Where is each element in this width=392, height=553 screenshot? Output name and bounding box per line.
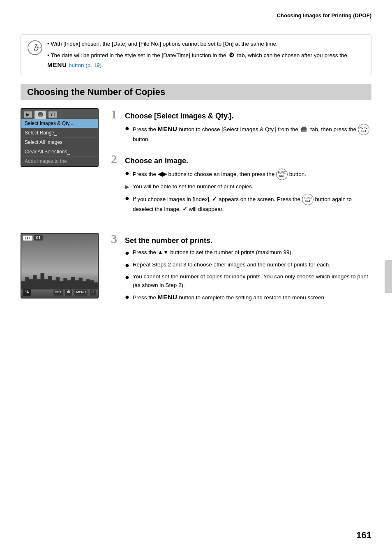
step3-right: 3 Set the number of prints. ● Press the … — [111, 233, 371, 311]
step-3-bullet-3: ● You cannot set the number of copies fo… — [125, 273, 371, 290]
step-3-bullet-4: ● Press the MENU button to complete the … — [125, 292, 371, 302]
step-2-bullet-3: ● If you choose images in [Index], ✓ app… — [125, 194, 371, 214]
step-1-bullet-1: ● Press the MENU button to choose [Selec… — [125, 124, 371, 144]
bullet-dot-3d: ● — [125, 292, 129, 302]
camera-screen2-col: ⊡ 1 01 4L SET — [21, 233, 103, 311]
step-3-bullet-3-text: You cannot set the number of copies for … — [133, 273, 371, 290]
page: Choosing Images for Printing (DPOF) 𝓫 • … — [0, 0, 392, 553]
bullet-dot-3b: ● — [125, 261, 129, 270]
menu-word-step1: MENU — [158, 125, 178, 132]
page-header: Choosing Images for Printing (DPOF) — [21, 12, 371, 26]
svg-rect-2 — [39, 115, 42, 117]
btn-menu: MENU — [76, 290, 86, 294]
step-3: 3 Set the number of prints. ● Press the … — [111, 233, 371, 302]
svg-rect-1 — [39, 112, 42, 113]
func-btn-step2a: FUNCSET — [276, 169, 288, 180]
camera-screen-1: ▶ YT Select Images & Qty.... Select Rang… — [21, 108, 99, 167]
step-3-number: 3 — [111, 233, 121, 245]
step-1-number: 1 — [111, 108, 121, 120]
btn-set: SET — [55, 290, 62, 294]
step-2-bullet-1: ● Press the ◀▶ buttons to choose an imag… — [125, 169, 371, 180]
camera-menu-list: Select Images & Qty.... Select Range_ Se… — [21, 119, 98, 166]
note-icon: 𝓫 — [28, 40, 42, 55]
print-count-display: 01 — [36, 236, 41, 240]
step-1-title: Choose [Select Images & Qty.]. — [125, 112, 234, 120]
step-3-title: Set the number of prints. — [125, 236, 212, 245]
bullet-dot: ● — [125, 124, 129, 133]
menu-word-note: MENU — [47, 61, 67, 68]
btn-back: ↩ — [91, 290, 94, 294]
step-2-body: ● Press the ◀▶ buttons to choose an imag… — [111, 169, 371, 214]
bullet-dot-2: ● — [125, 169, 129, 178]
step3-section: ⊡ 1 01 4L SET — [21, 233, 371, 311]
step-2-bullet-2-text: You will be able to set the number of pr… — [133, 183, 371, 191]
step-3-body: ● Press the ▲▼ buttons to set the number… — [111, 248, 371, 302]
camera-mode-icon: ⊡ — [25, 236, 28, 240]
step-3-bullet-4-text: Press the MENU button to complete the se… — [133, 292, 371, 302]
page-number: 161 — [356, 530, 371, 541]
step-2-header: 2 Choose an image. — [111, 153, 371, 165]
step-3-header: 3 Set the number of prints. — [111, 233, 371, 245]
note-link: button (p. 19). — [69, 62, 103, 68]
step-1: 1 Choose [Select Images & Qty.]. ● Press… — [111, 108, 371, 144]
step-3-bullet-2-text: Repeat Steps 2 and 3 to choose other ima… — [133, 261, 371, 269]
func-btn-step2b: FUNCSET — [302, 194, 314, 205]
menu-item-adds: Adds images to the — [21, 157, 98, 166]
step1-right: 1 Choose [Select Images & Qty.]. ● Press… — [111, 108, 371, 223]
svg-rect-5 — [302, 130, 306, 132]
note-box: 𝓫 • With [Index] chosen, the [Date] and … — [21, 34, 371, 75]
camera-tab-play: ▶ — [24, 111, 32, 118]
menu-item-select-all: Select All Images_ — [21, 138, 98, 147]
camera-tabs: ▶ YT — [21, 109, 98, 119]
step-1-body: ● Press the MENU button to choose [Selec… — [111, 124, 371, 144]
bottom-left-label: 4L — [25, 289, 29, 294]
settings-icon: ⚙ — [229, 51, 234, 58]
note-bullet-2: • The date will be printed in the style … — [47, 50, 364, 70]
menu-word-step3: MENU — [158, 294, 178, 301]
bullet-arrow-2: ▶ — [125, 183, 129, 192]
note-bullet-1: • With [Index] chosen, the [Date] and [F… — [47, 39, 364, 49]
step-3-bullet-1: ● Press the ▲▼ buttons to set the number… — [125, 248, 371, 258]
camera-overlay-top: ⊡ 1 01 — [23, 235, 43, 241]
note-text: • With [Index] chosen, the [Date] and [F… — [47, 39, 364, 70]
camera-screen-2: ⊡ 1 01 4L SET — [21, 233, 99, 298]
camera-mode-num: 1 — [29, 236, 31, 240]
camera-screen-col: ▶ YT Select Images & Qty.... Select Rang… — [21, 108, 103, 223]
step-2-title: Choose an image. — [125, 157, 188, 165]
func-btn-step1: FUNCSET — [358, 124, 369, 135]
menu-item-clear-all: Clear All Selections_ — [21, 147, 98, 157]
camera-tab-print — [35, 111, 46, 119]
step-2-number: 2 — [111, 153, 121, 165]
step-2-bullet-2: ▶ You will be able to set the number of … — [125, 183, 371, 192]
step1-section: ▶ YT Select Images & Qty.... Select Rang… — [21, 108, 371, 223]
bullet-dot-3a: ● — [125, 248, 129, 258]
right-tab-indicator — [385, 260, 392, 293]
svg-rect-7 — [68, 290, 69, 292]
step-1-header: 1 Choose [Select Images & Qty.]. — [111, 108, 371, 120]
menu-item-select-images: Select Images & Qty.... — [21, 119, 98, 128]
camera-overlay-bottom: 4L SET — [21, 289, 98, 296]
step-2-bullet-1-text: Press the ◀▶ buttons to choose an image,… — [133, 169, 371, 180]
city-silhouette — [21, 269, 98, 289]
step-2: 2 Choose an image. ● Press the ◀▶ button… — [111, 153, 371, 214]
header-title: Choosing Images for Printing (DPOF) — [277, 12, 371, 19]
bullet-dot-3: ● — [125, 194, 129, 203]
menu-item-select-range: Select Range_ — [21, 128, 98, 138]
svg-rect-4 — [302, 127, 306, 129]
step-3-bullet-2: ● Repeat Steps 2 and 3 to choose other i… — [125, 261, 371, 270]
camera-image: ⊡ 1 01 4L SET — [21, 234, 98, 298]
step-1-bullet-1-text: Press the MENU button to choose [Select … — [133, 124, 371, 144]
bullet-dot-3c: ● — [125, 273, 129, 282]
section-heading: Choosing the Number of Copies — [21, 84, 371, 100]
camera-tab-settings: YT — [48, 111, 57, 118]
step-3-bullet-1-text: Press the ▲▼ buttons to set the number o… — [133, 248, 371, 257]
step-2-bullet-3-text: If you choose images in [Index], ✓ appea… — [133, 194, 371, 214]
